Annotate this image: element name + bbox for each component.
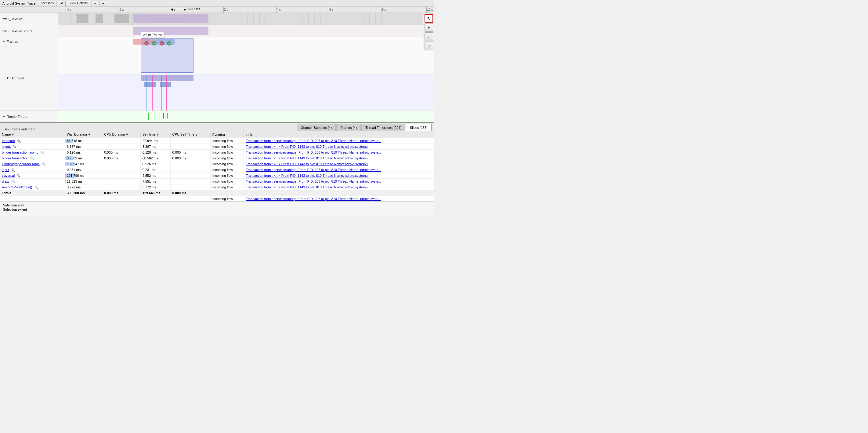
tab-counter-samples[interactable]: Counter Samples (4) xyxy=(297,124,336,131)
wall-duration-cell: 0.120 ms xyxy=(65,150,102,155)
events-cell: Incoming flow xyxy=(210,144,244,150)
link-cell[interactable]: Transaction from : servicemanager From P… xyxy=(244,150,434,155)
arrow-icon: ▼ xyxy=(2,115,5,118)
row-name-link[interactable]: measure xyxy=(2,139,15,143)
toolbar: Android System Trace Processes M View Op… xyxy=(0,0,434,7)
fit-button[interactable]: ↔ xyxy=(425,41,433,50)
table-row: Incoming flowTransaction from : servicem… xyxy=(0,196,434,202)
link-cell[interactable]: Transaction from : <...> From PID: 1143 … xyxy=(244,144,434,150)
row-name-link[interactable]: binder transaction xyxy=(2,156,28,160)
row-name-link[interactable]: layout xyxy=(2,145,11,148)
view-options-button[interactable]: View Options xyxy=(67,1,90,6)
col-name[interactable]: Name ∨ xyxy=(0,131,65,138)
search-icon[interactable]: 🔍 xyxy=(42,163,45,166)
wall-duration-cell: 0.231 ms xyxy=(65,167,102,173)
right-toolbar: ↖ + ↓ ↔ xyxy=(423,13,434,51)
col-cpu-dur[interactable]: CPU Duration ∨ xyxy=(102,131,141,138)
cpu-self-time-cell xyxy=(170,167,210,173)
track-ui-thread: ▼ UI thread xyxy=(0,74,58,111)
cpu-self-time-cell xyxy=(170,144,210,150)
search-icon[interactable]: 🔍 xyxy=(40,151,44,154)
link-cell[interactable] xyxy=(244,190,434,196)
search-icon[interactable]: 🔍 xyxy=(31,157,34,160)
events-cell: Incoming flow xyxy=(210,196,244,202)
zoom-in-button[interactable]: + xyxy=(425,23,433,32)
events-cell: Incoming flow xyxy=(210,179,244,184)
data-table[interactable]: Name ∨ Wall Duration ∨ CPU Duration ∨ Se… xyxy=(0,131,434,201)
col-link[interactable]: Link xyxy=(244,131,434,138)
search-icon[interactable]: 🔍 xyxy=(17,139,21,143)
cpu-duration-cell xyxy=(102,167,141,173)
cpu-duration-cell xyxy=(102,138,141,144)
link-cell[interactable]: Transaction from : <...> From PID: 1143 … xyxy=(244,184,434,190)
tab-thread-timeslices[interactable]: Thread Timeslices (294) xyxy=(361,124,405,131)
col-cpu-self[interactable]: CPU Self Time ∨ xyxy=(170,131,210,138)
search-icon[interactable]: 🔍 xyxy=(13,145,17,148)
wall-duration-cell: 101.790 ms xyxy=(65,173,102,179)
link-cell[interactable]: Transaction from : <...> From PID: 1143 … xyxy=(244,161,434,167)
self-time-cell: 0.231 ms xyxy=(141,167,170,173)
arrow-icon: ▼ xyxy=(6,76,9,80)
track-row-frames: F F F F 2,849.274 ms xyxy=(58,37,434,74)
search-icon[interactable]: 🔍 xyxy=(11,168,15,172)
link-cell[interactable]: Transaction from : servicemanager From P… xyxy=(244,196,434,202)
events-cell: Incoming flow xyxy=(210,167,244,173)
self-time-cell: 3.772 ms xyxy=(141,184,170,190)
link-cell[interactable]: Transaction from : servicemanager From P… xyxy=(244,179,434,184)
row-name-link[interactable]: binder transaction async xyxy=(2,150,38,154)
wall-duration-cell: 3.367 ms xyxy=(65,144,102,150)
timeline-area[interactable]: -4 s -2 s 0 s 2 s 4 s 6 s 8 s 10 s ◀ ▶ 1… xyxy=(58,7,434,122)
cpu-self-time-cell: 0.000 ms xyxy=(170,155,210,161)
track-hwui-texture-count: hwui_Texture_count: xyxy=(0,25,58,37)
app-title: Android System Trace xyxy=(2,2,35,5)
self-time-cell: 7.551 ms xyxy=(141,179,170,184)
row-name-link[interactable]: input xyxy=(2,168,9,172)
self-time-cell: 129.645 ms xyxy=(141,190,170,196)
table-row: binder transaction async 🔍0.120 ms0.000 … xyxy=(0,150,434,155)
link-cell[interactable]: Transaction from : servicemanager From P… xyxy=(244,167,434,173)
self-time-cell: 22.944 ms xyxy=(141,138,170,144)
link-cell[interactable]: Transaction from : servicemanager From P… xyxy=(244,138,434,144)
track-frames: ▼ Frames xyxy=(0,37,58,74)
wall-duration-cell: 396.280 ms xyxy=(65,190,102,196)
table-row: Totals396.280 ms0.000 ms129.645 ms0.000 … xyxy=(0,190,434,196)
search-icon[interactable]: 🔍 xyxy=(11,180,15,183)
selection-box[interactable]: 2,849.274 ms xyxy=(141,38,193,73)
link-cell[interactable]: Transaction from : <...> From PID: 1143 … xyxy=(244,155,434,161)
wall-duration-cell: 3.772 ms xyxy=(65,184,102,190)
cpu-self-time-cell xyxy=(170,184,210,190)
m-button[interactable]: M xyxy=(58,1,66,6)
table-row: Choreographer#doFrame 🔍 102.547 ms0.526 … xyxy=(0,161,434,167)
events-cell: Incoming flow xyxy=(210,161,244,167)
wall-duration-cell: 88.582 ms xyxy=(65,155,102,161)
col-wall-dur[interactable]: Wall Duration ∨ xyxy=(65,131,102,138)
processes-button[interactable]: Processes xyxy=(37,1,57,6)
cpu-self-time-cell xyxy=(170,173,210,179)
search-icon[interactable]: 🔍 xyxy=(34,186,38,189)
search-icon[interactable]: 🔍 xyxy=(17,174,21,177)
row-name-link[interactable]: Record View#draw() xyxy=(2,185,32,189)
tab-frames[interactable]: Frames (4) xyxy=(336,124,361,131)
cpu-self-time-cell xyxy=(170,179,210,184)
self-time-cell: 3.367 ms xyxy=(141,144,170,150)
table-body: measure 🔍 84.548 ms22.944 msIncoming flo… xyxy=(0,138,434,202)
link-cell[interactable]: Transaction from : <...> From PID: 1143 … xyxy=(244,173,434,179)
nav-forward-button[interactable]: → xyxy=(99,1,106,6)
col-self-time[interactable]: Self time ∨ xyxy=(141,131,170,138)
row-name-link[interactable]: draw xyxy=(2,179,9,183)
table-row: draw 🔍 11.323 ms7.551 msIncoming flowTra… xyxy=(0,179,434,184)
cpu-duration-cell xyxy=(102,184,141,190)
row-name-link[interactable]: traversal xyxy=(2,174,14,177)
cursor-tool-button[interactable]: ↖ xyxy=(425,14,433,23)
table-row: Record View#draw() 🔍 3.772 ms3.772 msInc… xyxy=(0,184,434,190)
arrow-icon: ▼ xyxy=(2,40,5,43)
zoom-out-button[interactable]: ↓ xyxy=(425,32,433,41)
nav-back-button[interactable]: ← xyxy=(92,1,98,6)
row-name-link[interactable]: Choreographer#doFrame xyxy=(2,162,40,166)
cpu-duration-cell: 0.000 ms xyxy=(102,190,141,196)
bottom-panel: 458 items selected. Counter Samples (4) … xyxy=(0,123,434,216)
tab-slices[interactable]: Slices (156) xyxy=(406,124,432,131)
cpu-duration-cell xyxy=(102,173,141,179)
col-events[interactable]: Event(s) xyxy=(210,131,244,138)
self-time-cell: 88.582 ms xyxy=(141,155,170,161)
